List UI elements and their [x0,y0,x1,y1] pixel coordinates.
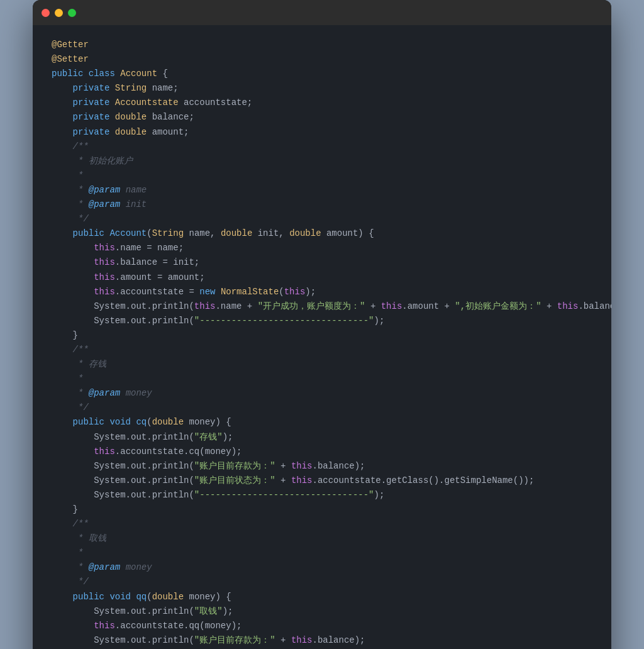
close-button[interactable] [42,9,50,17]
maximize-button[interactable] [68,9,76,17]
code-window: @Getter @Setter public class Account { p… [33,0,611,649]
minimize-button[interactable] [55,9,63,17]
titlebar [33,0,611,25]
code-editor: @Getter @Setter public class Account { p… [33,25,611,649]
